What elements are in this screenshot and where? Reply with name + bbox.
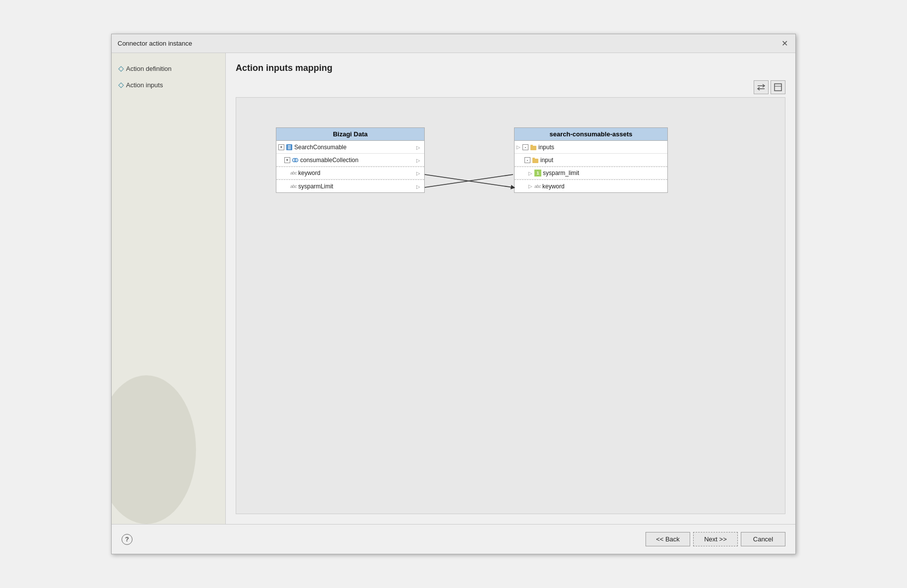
expand-icon-2: + — [284, 157, 290, 163]
row-text: consumableCollection — [300, 157, 414, 164]
search-consumable-header: search-consumable-assets — [515, 128, 667, 141]
cancel-button[interactable]: Cancel — [741, 532, 785, 546]
row-text: keyword — [542, 183, 664, 190]
back-button[interactable]: << Back — [646, 532, 690, 546]
row-text: keyword — [298, 170, 414, 176]
close-button[interactable]: ✕ — [779, 39, 789, 49]
auto-map-icon — [757, 83, 766, 91]
svg-rect-13 — [532, 158, 535, 159]
sidebar-label-action-inputs: Action inputs — [126, 81, 163, 89]
right-arrow: ▷ — [416, 145, 421, 150]
row-text: inputs — [538, 144, 664, 151]
table-row-sysparm-left: abc sysparmLimit ▷ — [276, 179, 424, 192]
left-arrow: ▷ — [517, 144, 520, 150]
folder-icon — [530, 144, 537, 150]
table-icon — [286, 144, 293, 151]
table-row: + SearchConsumable ▷ — [276, 141, 424, 154]
abc-icon-3: abc — [534, 184, 541, 189]
next-button[interactable]: Next >> — [693, 532, 738, 546]
expand-icon: + — [278, 144, 284, 150]
svg-rect-10 — [530, 146, 536, 150]
svg-rect-11 — [530, 145, 533, 146]
table-row-keyword-right: ▷ abc keyword — [515, 179, 667, 192]
mapping-canvas: Bizagi Data + — [236, 97, 785, 514]
sidebar-label-action-definition: Action definition — [126, 65, 172, 72]
diamond-icon — [118, 66, 124, 71]
abc-icon-2: abc — [290, 184, 297, 189]
dialog-title: Connector action instance — [118, 40, 192, 47]
help-button[interactable]: ? — [122, 534, 132, 545]
expand-icon-3: - — [522, 144, 528, 150]
sidebar-item-action-definition[interactable]: Action definition — [119, 63, 218, 74]
right-arrow: ▷ — [416, 158, 421, 163]
row-text: input — [540, 157, 664, 164]
left-arrow-3: ▷ — [528, 171, 532, 176]
bizagi-data-table: Bizagi Data + — [276, 127, 425, 193]
search-consumable-table: search-consumable-assets ▷ - i — [514, 127, 668, 193]
row-text: sysparm_limit — [543, 170, 664, 176]
expand-icon-4: - — [524, 157, 530, 163]
dialog-footer: ? << Back Next >> Cancel — [112, 524, 795, 554]
left-arrow-4: ▷ — [528, 183, 532, 189]
bizagi-data-header: Bizagi Data — [276, 128, 424, 141]
mapping-toolbar — [236, 80, 785, 94]
table-row: ▷ - inputs — [515, 141, 667, 154]
svg-rect-2 — [775, 84, 781, 91]
right-arrow: ▷ — [416, 171, 421, 176]
table-row-sysparm-right: ▷ 1 sysparm_limit — [515, 167, 667, 179]
dialog-window: Connector action instance ✕ Action defin… — [111, 34, 796, 554]
footer-right: << Back Next >> Cancel — [646, 532, 785, 546]
svg-line-15 — [425, 175, 513, 187]
footer-left: ? — [122, 534, 132, 545]
table-row-keyword-left: abc keyword ▷ — [276, 167, 424, 179]
table-row: + consumableCollection ▷ — [276, 154, 424, 167]
main-content: Action inputs mapping — [226, 53, 795, 524]
abc-icon: abc — [290, 171, 297, 176]
dialog-body: Action definition Action inputs Action i… — [112, 53, 795, 524]
title-bar: Connector action instance ✕ — [112, 34, 795, 53]
sidebar-item-action-inputs[interactable]: Action inputs — [119, 79, 218, 91]
canvas-inner: Bizagi Data + — [236, 98, 785, 514]
layout-icon — [774, 83, 782, 91]
chain-icon — [292, 157, 299, 164]
page-title: Action inputs mapping — [236, 63, 785, 73]
table-row: - input — [515, 154, 667, 167]
layout-button[interactable] — [771, 80, 785, 94]
right-arrow: ▷ — [416, 184, 421, 189]
sidebar-decoration — [112, 375, 196, 524]
folder-icon-2 — [532, 157, 539, 163]
svg-rect-12 — [532, 159, 538, 163]
row-text: SearchConsumable — [294, 144, 414, 151]
num-icon: 1 — [534, 170, 541, 176]
auto-map-button[interactable] — [754, 80, 769, 94]
svg-line-14 — [425, 175, 513, 187]
row-text: sysparmLimit — [298, 183, 414, 190]
diamond-icon-2 — [118, 82, 124, 88]
sidebar: Action definition Action inputs — [112, 53, 226, 524]
